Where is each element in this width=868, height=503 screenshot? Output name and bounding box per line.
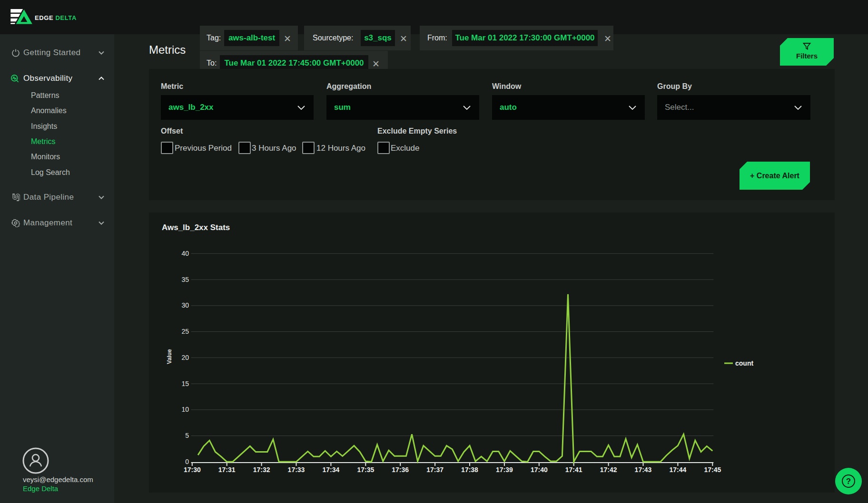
svg-text:20: 20 bbox=[181, 354, 189, 361]
svg-text:0: 0 bbox=[185, 458, 189, 465]
svg-text:?: ? bbox=[846, 477, 851, 486]
svg-text:17:42: 17:42 bbox=[600, 466, 617, 474]
svg-text:17:38: 17:38 bbox=[461, 466, 478, 474]
svg-text:Value: Value bbox=[166, 349, 173, 364]
svg-text:17:37: 17:37 bbox=[426, 466, 444, 474]
svg-text:17:45: 17:45 bbox=[704, 466, 721, 474]
svg-text:5: 5 bbox=[185, 432, 189, 439]
svg-text:17:33: 17:33 bbox=[288, 466, 305, 474]
svg-text:17:43: 17:43 bbox=[635, 466, 652, 474]
svg-text:35: 35 bbox=[181, 276, 189, 283]
svg-text:17:32: 17:32 bbox=[253, 466, 270, 474]
svg-text:25: 25 bbox=[181, 328, 189, 335]
svg-text:10: 10 bbox=[181, 406, 189, 413]
svg-text:15: 15 bbox=[181, 380, 189, 387]
svg-text:17:44: 17:44 bbox=[669, 466, 686, 474]
svg-text:17:40: 17:40 bbox=[531, 466, 548, 474]
svg-text:17:30: 17:30 bbox=[184, 466, 201, 474]
svg-text:40: 40 bbox=[181, 250, 189, 257]
svg-text:17:36: 17:36 bbox=[392, 466, 409, 474]
svg-text:17:41: 17:41 bbox=[565, 466, 582, 474]
svg-text:17:39: 17:39 bbox=[496, 466, 513, 474]
svg-text:17:35: 17:35 bbox=[357, 466, 374, 474]
svg-text:17:34: 17:34 bbox=[322, 466, 339, 474]
svg-text:count: count bbox=[735, 359, 753, 367]
svg-text:30: 30 bbox=[181, 301, 189, 309]
svg-text:17:31: 17:31 bbox=[218, 466, 236, 474]
